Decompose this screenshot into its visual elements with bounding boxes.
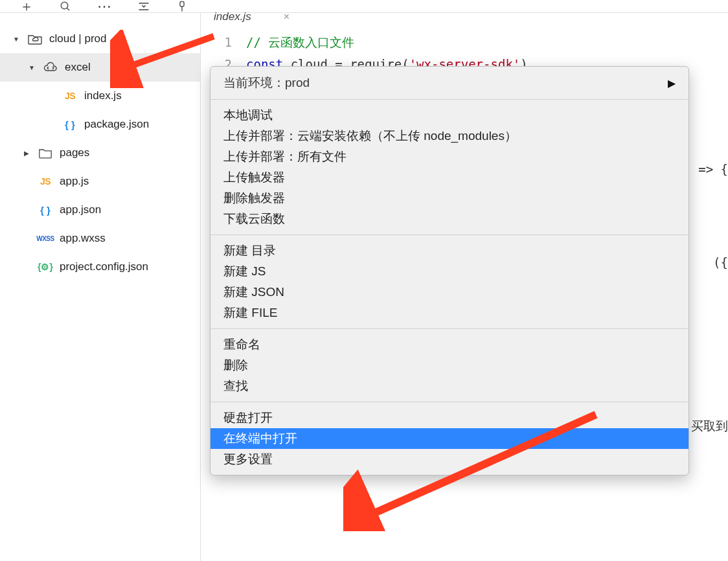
json-icon: { }: [61, 118, 79, 131]
tree-label: app.json: [60, 203, 101, 216]
toolbar: ＋ ⋯: [0, 0, 728, 13]
tree-item-pages[interactable]: pages: [0, 139, 200, 167]
menu-item-new-file[interactable]: 新建 FILE: [210, 303, 688, 323]
tree-label: cloud | prod: [49, 32, 107, 45]
tab-title: index.js: [214, 10, 251, 23]
collapse-icon[interactable]: [137, 1, 150, 12]
chevron-down-icon: [12, 36, 21, 43]
tree-label: project.config.json: [60, 260, 148, 273]
tree-item-app-json[interactable]: { } app.json: [0, 196, 200, 224]
code-fragment: 买取到: [691, 418, 728, 435]
menu-item-download-fn[interactable]: 下载云函数: [210, 209, 688, 229]
menu-item-more-settings[interactable]: 更多设置: [210, 449, 688, 470]
cloud-folder-icon: [26, 32, 44, 45]
menu-item-upload-trigger[interactable]: 上传触发器: [210, 167, 688, 188]
tree-item-index-js[interactable]: JS index.js: [0, 82, 200, 110]
js-icon: JS: [36, 175, 54, 188]
context-menu: 当前环境：prod ▶ 本地调试 上传并部署：云端安装依赖（不上传 node_m…: [210, 66, 689, 475]
filter-icon[interactable]: [176, 1, 188, 12]
menu-item-delete[interactable]: 删除: [210, 355, 688, 376]
tree-label: app.wxss: [60, 232, 106, 245]
menu-header-text: 当前环境：prod: [223, 74, 310, 91]
menu-item-upload-all[interactable]: 上传并部署：所有文件: [210, 146, 688, 167]
tab-bar: index.js ×: [201, 13, 728, 26]
chevron-down-icon: [27, 64, 36, 71]
menu-group-edit: 重命名 删除 查找: [210, 329, 688, 402]
menu-item-new-json[interactable]: 新建 JSON: [210, 282, 688, 303]
menu-item-rename[interactable]: 重命名: [210, 334, 688, 355]
menu-item-delete-trigger[interactable]: 删除触发器: [210, 188, 688, 209]
code-fragment: ({: [713, 255, 728, 269]
tree-label: pages: [60, 146, 89, 159]
menu-item-new-dir[interactable]: 新建 目录: [210, 240, 688, 261]
menu-header[interactable]: 当前环境：prod ▶: [210, 67, 688, 100]
chevron-right-icon: [22, 150, 31, 157]
tree-label: excel: [65, 61, 91, 74]
close-icon[interactable]: ×: [284, 11, 290, 23]
config-icon: {⚙}: [36, 260, 54, 273]
wxss-icon: WXSS: [36, 232, 54, 245]
js-icon: JS: [61, 89, 79, 102]
tree-label: package.json: [84, 118, 149, 131]
folder-icon: [36, 146, 54, 159]
menu-group-open: 硬盘打开 在终端中打开 更多设置: [210, 402, 688, 475]
tree-item-app-js[interactable]: JS app.js: [0, 167, 200, 196]
json-icon: { }: [36, 203, 54, 216]
menu-item-find[interactable]: 查找: [210, 376, 688, 396]
cloud-function-icon: [41, 61, 60, 74]
tree-root-cloud-prod[interactable]: cloud | prod: [0, 25, 200, 53]
tree-item-package-json[interactable]: { } package.json: [0, 110, 200, 139]
svg-point-0: [61, 2, 68, 9]
search-icon[interactable]: [60, 1, 71, 12]
play-icon[interactable]: ▶: [668, 77, 676, 89]
tree-label: index.js: [84, 89, 122, 102]
tab-index-js[interactable]: index.js ×: [201, 10, 305, 29]
tree-label: app.js: [60, 175, 89, 188]
menu-item-upload-cloud-deps[interactable]: 上传并部署：云端安装依赖（不上传 node_modules）: [210, 126, 688, 146]
tree-item-project-config[interactable]: {⚙} project.config.json: [0, 253, 200, 281]
menu-item-open-disk[interactable]: 硬盘打开: [210, 407, 688, 428]
file-explorer: cloud | prod excel JS index.js { } packa…: [0, 13, 201, 561]
menu-item-local-debug[interactable]: 本地调试: [210, 105, 688, 126]
menu-item-new-js[interactable]: 新建 JS: [210, 261, 688, 282]
tree-item-app-wxss[interactable]: WXSS app.wxss: [0, 224, 200, 253]
svg-rect-4: [180, 1, 184, 6]
tree-item-excel[interactable]: excel: [0, 53, 200, 82]
menu-group-deploy: 本地调试 上传并部署：云端安装依赖（不上传 node_modules） 上传并部…: [210, 100, 688, 235]
code-fragment: => {: [698, 162, 728, 176]
menu-item-open-terminal[interactable]: 在终端中打开: [210, 428, 688, 449]
svg-line-1: [67, 8, 69, 10]
menu-group-new: 新建 目录 新建 JS 新建 JSON 新建 FILE: [210, 235, 688, 329]
